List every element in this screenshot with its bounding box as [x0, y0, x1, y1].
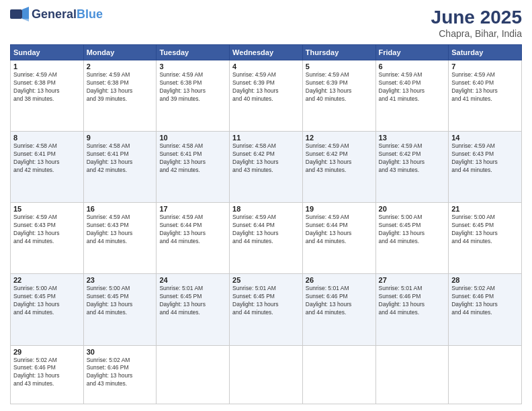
day-number: 23 — [87, 276, 154, 284]
table-row: 4Sunrise: 4:59 AM Sunset: 6:39 PM Daylig… — [230, 60, 303, 132]
svg-marker-2 — [22, 19, 29, 21]
cell-info: Sunrise: 5:01 AM Sunset: 6:46 PM Dayligh… — [379, 285, 446, 317]
day-number: 18 — [232, 205, 300, 213]
svg-marker-1 — [22, 7, 29, 19]
cell-info: Sunrise: 4:59 AM Sunset: 6:43 PM Dayligh… — [87, 214, 154, 246]
day-number: 6 — [379, 62, 446, 71]
table-row: 14Sunrise: 4:59 AM Sunset: 6:43 PM Dayli… — [449, 132, 522, 203]
cell-info: Sunrise: 5:00 AM Sunset: 6:45 PM Dayligh… — [13, 285, 81, 317]
cell-info: Sunrise: 4:59 AM Sunset: 6:43 PM Dayligh… — [13, 214, 81, 246]
day-number: 12 — [306, 134, 373, 142]
day-number: 26 — [306, 276, 373, 284]
table-row — [157, 345, 230, 404]
table-row: 5Sunrise: 4:59 AM Sunset: 6:39 PM Daylig… — [302, 60, 375, 132]
table-row: 22Sunrise: 5:00 AM Sunset: 6:45 PM Dayli… — [11, 274, 84, 345]
header-monday: Monday — [83, 45, 157, 60]
table-row: 21Sunrise: 5:00 AM Sunset: 6:45 PM Dayli… — [449, 203, 522, 274]
day-number: 9 — [87, 134, 154, 142]
table-row: 11Sunrise: 4:58 AM Sunset: 6:42 PM Dayli… — [230, 132, 303, 203]
table-row: 3Sunrise: 4:59 AM Sunset: 6:38 PM Daylig… — [157, 60, 230, 132]
cell-info: Sunrise: 4:58 AM Sunset: 6:41 PM Dayligh… — [159, 142, 226, 175]
table-row: 17Sunrise: 4:59 AM Sunset: 6:44 PM Dayli… — [157, 203, 230, 274]
calendar-header-row: Sunday Monday Tuesday Wednesday Thursday… — [11, 45, 522, 60]
table-row: 23Sunrise: 5:00 AM Sunset: 6:45 PM Dayli… — [83, 274, 157, 345]
table-row: 1Sunrise: 4:59 AM Sunset: 6:38 PM Daylig… — [11, 60, 84, 132]
cell-info: Sunrise: 5:02 AM Sunset: 6:46 PM Dayligh… — [87, 357, 154, 389]
month-title: June 2025 — [431, 7, 522, 28]
day-number: 19 — [306, 205, 373, 213]
cell-info: Sunrise: 4:59 AM Sunset: 6:42 PM Dayligh… — [306, 142, 373, 175]
cell-info: Sunrise: 4:59 AM Sunset: 6:38 PM Dayligh… — [13, 71, 81, 103]
cell-info: Sunrise: 4:59 AM Sunset: 6:38 PM Dayligh… — [87, 71, 154, 103]
cell-info: Sunrise: 4:59 AM Sunset: 6:40 PM Dayligh… — [379, 71, 446, 103]
header: GeneralBlue June 2025 Chapra, Bihar, Ind… — [10, 7, 522, 39]
calendar-row: 8Sunrise: 4:58 AM Sunset: 6:41 PM Daylig… — [11, 132, 522, 203]
day-number: 8 — [13, 134, 81, 142]
table-row: 20Sunrise: 5:00 AM Sunset: 6:45 PM Dayli… — [375, 203, 449, 274]
calendar-table: Sunday Monday Tuesday Wednesday Thursday… — [10, 44, 522, 404]
logo: GeneralBlue — [10, 7, 103, 21]
table-row: 6Sunrise: 4:59 AM Sunset: 6:40 PM Daylig… — [375, 60, 449, 132]
calendar-row: 1Sunrise: 4:59 AM Sunset: 6:38 PM Daylig… — [11, 60, 522, 132]
table-row: 7Sunrise: 4:59 AM Sunset: 6:40 PM Daylig… — [449, 60, 522, 132]
day-number: 7 — [451, 62, 519, 71]
day-number: 29 — [13, 348, 81, 356]
table-row: 25Sunrise: 5:01 AM Sunset: 6:45 PM Dayli… — [230, 274, 303, 345]
cell-info: Sunrise: 4:59 AM Sunset: 6:44 PM Dayligh… — [159, 214, 226, 246]
table-row: 2Sunrise: 4:59 AM Sunset: 6:38 PM Daylig… — [83, 60, 157, 132]
day-number: 21 — [451, 205, 519, 213]
calendar-row: 15Sunrise: 4:59 AM Sunset: 6:43 PM Dayli… — [11, 203, 522, 274]
cell-info: Sunrise: 5:01 AM Sunset: 6:45 PM Dayligh… — [159, 285, 226, 317]
table-row — [375, 345, 449, 404]
day-number: 2 — [87, 62, 154, 71]
table-row: 18Sunrise: 4:59 AM Sunset: 6:44 PM Dayli… — [230, 203, 303, 274]
calendar-row: 22Sunrise: 5:00 AM Sunset: 6:45 PM Dayli… — [11, 274, 522, 345]
table-row: 30Sunrise: 5:02 AM Sunset: 6:46 PM Dayli… — [83, 345, 157, 404]
day-number: 17 — [159, 205, 226, 213]
cell-info: Sunrise: 4:59 AM Sunset: 6:43 PM Dayligh… — [451, 142, 519, 175]
cell-info: Sunrise: 5:02 AM Sunset: 6:46 PM Dayligh… — [13, 357, 81, 389]
day-number: 1 — [13, 62, 81, 71]
cell-info: Sunrise: 4:59 AM Sunset: 6:38 PM Dayligh… — [159, 71, 226, 103]
logo-general: General — [32, 7, 77, 21]
table-row: 27Sunrise: 5:01 AM Sunset: 6:46 PM Dayli… — [375, 274, 449, 345]
day-number: 30 — [87, 348, 154, 356]
cell-info: Sunrise: 4:59 AM Sunset: 6:40 PM Dayligh… — [451, 71, 519, 103]
cell-info: Sunrise: 5:00 AM Sunset: 6:45 PM Dayligh… — [379, 214, 446, 246]
table-row: 29Sunrise: 5:02 AM Sunset: 6:46 PM Dayli… — [11, 345, 84, 404]
table-row: 26Sunrise: 5:01 AM Sunset: 6:46 PM Dayli… — [302, 274, 375, 345]
cell-info: Sunrise: 4:59 AM Sunset: 6:44 PM Dayligh… — [306, 214, 373, 246]
table-row: 8Sunrise: 4:58 AM Sunset: 6:41 PM Daylig… — [11, 132, 84, 203]
cell-info: Sunrise: 5:01 AM Sunset: 6:45 PM Dayligh… — [232, 285, 300, 317]
cell-info: Sunrise: 4:58 AM Sunset: 6:41 PM Dayligh… — [13, 142, 81, 175]
table-row — [302, 345, 375, 404]
page: GeneralBlue June 2025 Chapra, Bihar, Ind… — [0, 0, 532, 411]
table-row — [230, 345, 303, 404]
table-row: 24Sunrise: 5:01 AM Sunset: 6:45 PM Dayli… — [157, 274, 230, 345]
day-number: 10 — [159, 134, 226, 142]
day-number: 24 — [159, 276, 226, 284]
day-number: 22 — [13, 276, 81, 284]
day-number: 4 — [232, 62, 300, 71]
cell-info: Sunrise: 4:59 AM Sunset: 6:42 PM Dayligh… — [379, 142, 446, 175]
title-block: June 2025 Chapra, Bihar, India — [431, 7, 522, 39]
header-friday: Friday — [375, 45, 449, 60]
day-number: 11 — [232, 134, 300, 142]
cell-info: Sunrise: 4:59 AM Sunset: 6:39 PM Dayligh… — [306, 71, 373, 103]
cell-info: Sunrise: 5:00 AM Sunset: 6:45 PM Dayligh… — [451, 214, 519, 246]
table-row: 13Sunrise: 4:59 AM Sunset: 6:42 PM Dayli… — [375, 132, 449, 203]
header-saturday: Saturday — [449, 45, 522, 60]
day-number: 15 — [13, 205, 81, 213]
calendar-row: 29Sunrise: 5:02 AM Sunset: 6:46 PM Dayli… — [11, 345, 522, 404]
day-number: 5 — [306, 62, 373, 71]
day-number: 14 — [451, 134, 519, 142]
table-row: 16Sunrise: 4:59 AM Sunset: 6:43 PM Dayli… — [83, 203, 157, 274]
table-row: 12Sunrise: 4:59 AM Sunset: 6:42 PM Dayli… — [302, 132, 375, 203]
table-row: 28Sunrise: 5:02 AM Sunset: 6:46 PM Dayli… — [449, 274, 522, 345]
cell-info: Sunrise: 4:58 AM Sunset: 6:41 PM Dayligh… — [87, 142, 154, 175]
day-number: 25 — [232, 276, 300, 284]
logo-blue: Blue — [77, 7, 103, 21]
day-number: 28 — [451, 276, 519, 284]
table-row: 10Sunrise: 4:58 AM Sunset: 6:41 PM Dayli… — [157, 132, 230, 203]
header-tuesday: Tuesday — [157, 45, 230, 60]
